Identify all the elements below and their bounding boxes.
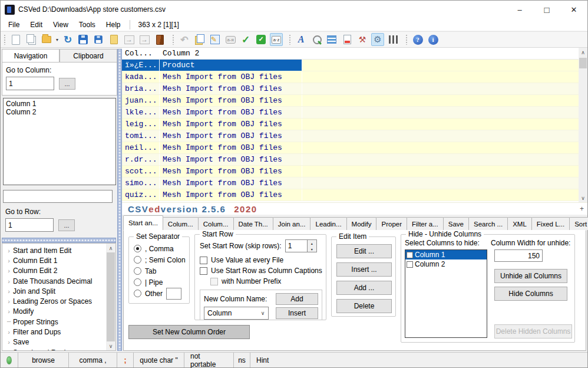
tree-item-filter-and-dups[interactable]: ›Filter and Dups: [5, 327, 105, 337]
copy-icon[interactable]: [25, 33, 38, 46]
goto-column-input[interactable]: [6, 77, 54, 90]
tree-scrollbar[interactable]: ∧ ∨: [106, 244, 115, 350]
radio-button-icon[interactable]: [134, 290, 141, 297]
grid-row[interactable]: neil...Mesh Import from OBJ files: [122, 142, 579, 154]
checkbox-icon[interactable]: [200, 257, 207, 264]
hide-list-item-column-2[interactable]: Column 2: [405, 259, 487, 269]
grid-row[interactable]: kada...Mesh Import from OBJ files: [122, 71, 579, 83]
radio-tab[interactable]: Tab: [134, 265, 189, 277]
save-icon[interactable]: [77, 33, 90, 46]
paste-icon[interactable]: [193, 33, 206, 46]
info-icon[interactable]: i: [427, 33, 440, 46]
grid-header-column-1[interactable]: Col...: [122, 48, 160, 59]
tree-item-start-and-item-edit[interactable]: ›Start and Item Edit: [5, 245, 105, 255]
horizontal-splitter[interactable]: [2, 238, 116, 243]
close-button[interactable]: ✕: [560, 1, 587, 18]
grid-row[interactable]: leig...Mesh Import from OBJ files: [122, 119, 579, 130]
undo-icon[interactable]: ↶: [178, 33, 191, 46]
skip-rows-stepper[interactable]: ▴▾: [285, 239, 317, 252]
save-as-icon[interactable]: [92, 33, 105, 46]
new-file-icon[interactable]: [9, 33, 22, 46]
tree-item-date-thousands-decimal[interactable]: ›Date Thousands Decimal: [5, 276, 105, 286]
columns-list-item[interactable]: Column 2: [6, 108, 113, 116]
list-view-icon[interactable]: [325, 33, 338, 46]
spin-down-icon[interactable]: ▾: [308, 246, 316, 252]
chevron-right-icon[interactable]: ›: [5, 247, 13, 254]
checkbox-icon[interactable]: [407, 252, 413, 258]
columns-list-item[interactable]: Column 1: [6, 100, 113, 108]
chevron-right-icon[interactable]: ›: [5, 298, 13, 305]
hide-list-item-column-1[interactable]: Column 1: [405, 250, 487, 259]
radio-button-icon[interactable]: [134, 278, 141, 286]
tools-icon[interactable]: ⚒: [356, 33, 369, 46]
radio-button-icon[interactable]: [134, 256, 141, 264]
scroll-down-icon[interactable]: ∨: [579, 193, 588, 202]
menu-edit[interactable]: Edit: [25, 19, 48, 30]
tree-item-column-edit-2[interactable]: ›Column Edit 2: [5, 266, 105, 276]
edit-item-icon[interactable]: ✎: [209, 33, 222, 46]
grid-row[interactable]: scot...Mesh Import from OBJ files: [122, 166, 579, 178]
toolbar-grip[interactable]: [289, 34, 292, 45]
radio-comma[interactable]: , Comma: [134, 243, 189, 254]
chevron-right-icon[interactable]: ›: [5, 257, 13, 264]
refresh-icon[interactable]: ↻: [61, 33, 74, 46]
confirm-check-icon[interactable]: ✓: [255, 33, 267, 46]
minimize-button[interactable]: –: [506, 1, 533, 18]
grid-row[interactable]: tomi...Mesh Import from OBJ files: [122, 130, 579, 142]
grid-row[interactable]: quiz...Mesh Import from OBJ files: [122, 189, 579, 201]
column-filter-input[interactable]: [3, 190, 113, 203]
tab-search[interactable]: Search ...: [468, 217, 508, 230]
hide-columns-button[interactable]: Hide Columns: [494, 287, 567, 301]
hide-columns-list[interactable]: Column 1 Column 2: [405, 249, 487, 338]
menu-help[interactable]: Help: [101, 19, 126, 30]
combo-dropdown-icon[interactable]: ∨: [257, 310, 268, 316]
chevron-right-icon[interactable]: ›: [5, 349, 13, 351]
tab-column-edit-1[interactable]: Colum...: [163, 217, 199, 230]
chevron-right-icon[interactable]: ›: [5, 288, 13, 295]
tree-item-column-edit-1[interactable]: ›Column Edit 1: [5, 255, 105, 265]
tab-join-and-split[interactable]: Join an...: [273, 217, 311, 230]
checkbox-icon[interactable]: [407, 261, 413, 268]
radio-button-icon[interactable]: [134, 267, 141, 275]
menu-view[interactable]: View: [48, 19, 74, 30]
search-icon[interactable]: [310, 33, 323, 46]
grid-row-selected[interactable]: ï»¿E...Product: [122, 60, 579, 71]
sort-az-icon[interactable]: a·z: [270, 33, 283, 46]
new-column-name-select[interactable]: Column ∨: [204, 307, 269, 320]
grid-scrollbar-thumb[interactable]: [579, 58, 587, 68]
tab-leading-zeros[interactable]: Leadin...: [310, 217, 346, 230]
grid-header-column-2[interactable]: Column 2: [160, 48, 302, 59]
columns-icon[interactable]: [387, 33, 399, 46]
tab-column-edit-2[interactable]: Colum...: [198, 217, 234, 230]
export-icon[interactable]: →: [138, 33, 151, 46]
tab-navigation[interactable]: Navigation: [2, 49, 60, 62]
tab-start-and-item-edit[interactable]: Start an...: [123, 215, 163, 230]
chevron-right-icon[interactable]: ›: [5, 278, 13, 285]
grid-vertical-scrollbar[interactable]: ∧ ∨: [579, 48, 587, 202]
goto-row-browse-button[interactable]: ...: [58, 219, 75, 231]
tree-item-join-and-split[interactable]: ›Join and Split: [5, 286, 105, 296]
tab-save[interactable]: Save: [443, 217, 469, 230]
grid-row[interactable]: simo...Mesh Import from OBJ files: [122, 178, 579, 189]
grid-row[interactable]: r.dr...Mesh Import from OBJ files: [122, 154, 579, 166]
plus-icon[interactable]: +: [580, 205, 584, 213]
tab-date-thousands[interactable]: Date Th...: [233, 217, 273, 230]
goto-row-input[interactable]: [5, 218, 54, 232]
scroll-up-icon[interactable]: ∧: [579, 48, 588, 57]
columns-listbox[interactable]: Column 1 Column 2: [3, 98, 116, 185]
apply-check-icon[interactable]: ✓: [239, 33, 252, 46]
grid-row[interactable]: lkle...Mesh Import from OBJ files: [122, 107, 579, 119]
set-new-column-order-button[interactable]: Set New Column Order: [128, 325, 250, 339]
settings-gear-icon[interactable]: ⚙: [371, 33, 384, 46]
tab-filter-and-dups[interactable]: Filter a...: [407, 217, 444, 230]
checkbox-number-prefix[interactable]: with Number Prefix: [200, 276, 322, 287]
tree-item-leading-zeros-or-spaces[interactable]: ›Leading Zeros or Spaces: [5, 296, 105, 306]
rename-tag-icon[interactable]: a-я: [224, 33, 237, 46]
edit-item-insert-button[interactable]: Insert ...: [336, 262, 392, 277]
menu-file[interactable]: File: [3, 19, 25, 30]
chevron-right-icon[interactable]: ›: [5, 267, 13, 274]
font-icon[interactable]: A: [295, 33, 308, 46]
goto-column-browse-button[interactable]: ...: [59, 78, 75, 90]
vertical-splitter[interactable]: [117, 49, 122, 351]
grid-row[interactable]: bria...Mesh Import from OBJ files: [122, 83, 579, 95]
